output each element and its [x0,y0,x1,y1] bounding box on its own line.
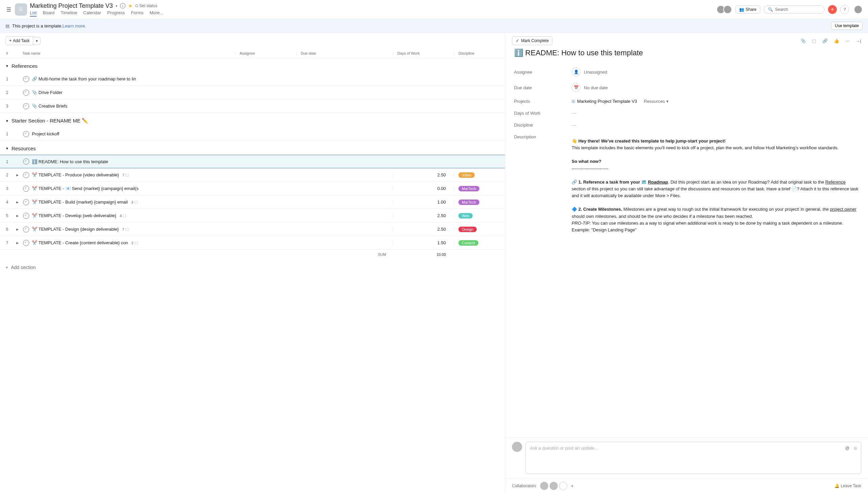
task-name[interactable]: 📎 Drive Folder [32,90,235,95]
days-cell[interactable]: 2.50 [393,227,454,232]
tab-calendar[interactable]: Calendar [83,10,101,17]
complete-checkbox[interactable] [23,103,29,109]
collaborator-avatar[interactable] [540,482,548,490]
discipline-cell[interactable]: Content [454,240,505,246]
task-name[interactable]: ✂️ TEMPLATE - Design {design deliverable… [32,227,235,232]
link-icon[interactable]: 🔗 [822,38,828,43]
tab-progress[interactable]: Progress [107,10,125,17]
discipline-cell[interactable]: MarTech [454,200,505,205]
assignee-value[interactable]: 👤 Unassigned [572,68,607,76]
task-row[interactable]: 6▶✂️ TEMPLATE - Design {design deliverab… [0,223,505,236]
task-row[interactable]: 3✂️ TEMPLATE - 📧 Send {market} {campaign… [0,182,505,195]
discipline-cell[interactable]: Web [454,213,505,219]
subtask-icon[interactable]: ⬚ [812,38,816,43]
menu-icon[interactable] [5,6,12,13]
project-title[interactable]: Marketing Project Template V3 [30,2,113,10]
attachment-icon[interactable]: 📎 [801,38,806,43]
expand-icon[interactable]: ▶ [14,241,20,245]
task-row[interactable]: 1🔗 Multi-home the task from your roadmap… [0,72,505,86]
help-button[interactable]: ? [840,5,849,14]
task-detail-title[interactable]: ℹ️ README: How to use this template [514,49,859,57]
section-header[interactable]: ▼Resources [0,141,505,155]
expand-icon[interactable]: ▶ [14,228,20,231]
expand-icon[interactable]: ▶ [14,201,20,204]
task-name[interactable]: ✂️ TEMPLATE - 📧 Send {market} {campaign}… [32,186,235,191]
description-body[interactable]: 👋 Hey there! We've created this template… [572,134,859,240]
task-name[interactable]: ✂️ TEMPLATE - Produce {video deliverable… [32,172,235,177]
complete-checkbox[interactable] [23,76,29,82]
complete-checkbox[interactable] [23,186,29,192]
task-name[interactable]: ✂️ TEMPLATE - Create {content deliverabl… [32,240,235,245]
tab-board[interactable]: Board [43,10,55,17]
section-header[interactable]: ▼Starter Section - RENAME ME ✏️ [0,113,505,127]
task-name[interactable]: ✂️ TEMPLATE - Build {market} {campaign} … [32,200,235,205]
add-section-button[interactable]: + Add section [0,259,505,276]
days-cell[interactable]: 0.00 [393,186,454,191]
task-name[interactable]: ✂️ TEMPLATE - Develop {web deliverable}4… [32,213,235,218]
col-date[interactable]: Due date [296,51,393,55]
more-icon[interactable]: ⋯ [845,38,850,43]
complete-checkbox[interactable] [23,158,29,165]
task-row[interactable]: 1Project kickoff [0,127,505,141]
task-row[interactable]: 3📎 Creative Briefs [0,99,505,113]
col-days[interactable]: Days of Work [393,51,454,55]
star-icon[interactable]: ★ [128,3,133,8]
close-pane-icon[interactable]: →| [856,38,861,43]
days-cell[interactable]: 1.50 [393,240,454,245]
project-section-dropdown[interactable]: Resources ▾ [644,99,669,104]
emoji-icon[interactable]: ☺ [853,445,857,451]
complete-checkbox[interactable] [23,172,29,178]
leave-task-button[interactable]: 🔔 Leave Task [834,483,862,488]
days-cell[interactable]: 1.00 [393,200,454,205]
learn-more-link[interactable]: Learn more. [62,23,86,29]
add-collaborator-button[interactable]: + [571,483,573,489]
col-discipline[interactable]: Discipline [454,51,505,55]
expand-icon[interactable]: ▶ [14,214,20,217]
empty-value[interactable]: — [572,122,576,128]
comment-input[interactable]: Ask a question or post an update... @ ☺ [526,442,861,474]
discipline-cell[interactable]: MarTech [454,186,505,191]
add-collaborator-placeholder[interactable] [559,482,567,490]
search-input[interactable]: 🔍 Search [764,5,825,14]
complete-checkbox[interactable] [23,131,29,137]
chevron-down-icon[interactable]: ▾ [116,4,117,8]
add-button[interactable]: + [828,5,837,14]
complete-checkbox[interactable] [23,226,29,232]
col-name[interactable]: Task name [14,51,235,55]
mark-complete-button[interactable]: ✓ Mark Complete [512,36,552,45]
use-template-button[interactable]: Use template [831,22,863,30]
avatar-stack[interactable] [716,5,732,14]
complete-checkbox[interactable] [23,240,29,246]
task-name[interactable]: ℹ️ README: How to use this template [32,159,235,164]
collaborator-avatar[interactable] [550,482,558,490]
task-row[interactable]: 7▶✂️ TEMPLATE - Create {content delivera… [0,236,505,250]
info-icon[interactable]: i [120,3,125,8]
add-task-dropdown[interactable]: ▾ [33,37,41,45]
task-row[interactable]: 2▶✂️ TEMPLATE - Produce {video deliverab… [0,168,505,182]
like-icon[interactable]: 👍 [834,38,839,43]
tab-forms[interactable]: Forms [131,10,143,17]
user-avatar[interactable] [854,5,863,14]
project-tag[interactable]: Marketing Project Template V3 [572,99,637,104]
tab-timeline[interactable]: Timeline [61,10,77,17]
empty-value[interactable]: — [572,111,576,116]
complete-checkbox[interactable] [23,199,29,205]
task-name[interactable]: Project kickoff [32,131,235,136]
tab-more[interactable]: More... [150,10,163,17]
task-row[interactable]: 4▶✂️ TEMPLATE - Build {market} {campaign… [0,195,505,209]
share-button[interactable]: 👥 Share [735,5,760,14]
col-assignee[interactable]: Assignee [235,51,296,55]
days-cell[interactable]: 2.50 [393,213,454,218]
task-row[interactable]: 2📎 Drive Folder [0,86,505,99]
section-header[interactable]: ▼References [0,58,505,72]
days-cell[interactable]: 2.50 [393,172,454,177]
task-name[interactable]: 📎 Creative Briefs [32,103,235,109]
expand-icon[interactable]: ▶ [14,173,20,177]
task-row[interactable]: 5▶✂️ TEMPLATE - Develop {web deliverable… [0,209,505,223]
discipline-cell[interactable]: Video [454,172,505,178]
discipline-cell[interactable]: Design [454,227,505,232]
mention-icon[interactable]: @ [845,445,850,451]
complete-checkbox[interactable] [23,213,29,219]
tab-list[interactable]: List [30,10,37,17]
add-task-button[interactable]: + Add Task [5,36,33,45]
